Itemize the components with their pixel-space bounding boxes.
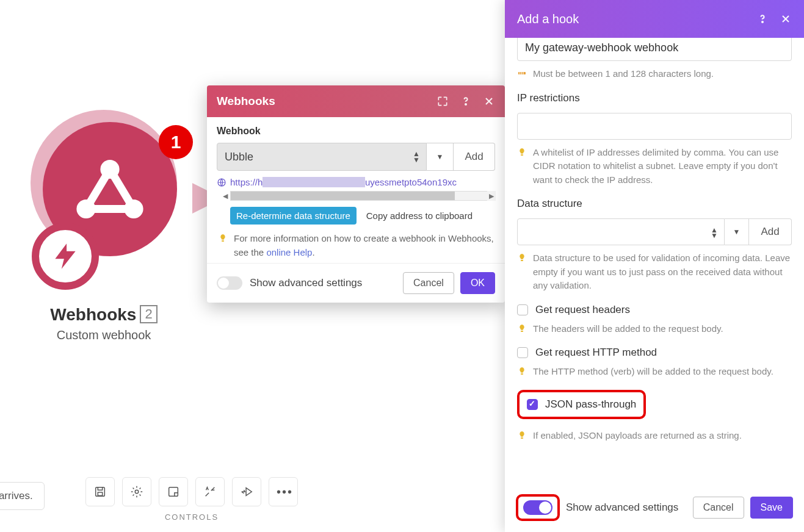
add-hook-header: Add a hook <box>505 0 804 38</box>
close-icon[interactable] <box>483 95 495 107</box>
data-structure-select[interactable]: ▲▼ <box>517 218 725 245</box>
canvas: 1 Webhooks2 Custom webhook ta arrives. •… <box>0 0 804 532</box>
webhook-icon <box>70 149 150 229</box>
webhook-select-value: Ubble <box>225 151 253 164</box>
note-icon-button[interactable] <box>159 477 188 506</box>
json-passthrough-highlight: JSON pass-through <box>517 390 646 419</box>
svg-rect-19 <box>521 331 523 332</box>
webhooks-modal-header: Webhooks <box>207 85 505 117</box>
add-hook-title: Add a hook <box>517 12 579 26</box>
online-help-link[interactable]: online Help <box>266 247 312 257</box>
chevrons-icon: ▲▼ <box>711 228 718 239</box>
ip-restrictions-label: IP restrictions <box>517 92 792 104</box>
svg-rect-20 <box>521 373 523 375</box>
save-icon-button[interactable] <box>85 477 115 506</box>
bulb-icon <box>517 147 527 157</box>
panel-save-button[interactable]: Save <box>750 497 793 519</box>
autoalign-icon-button[interactable] <box>195 477 225 506</box>
node-title: Webhooks2 <box>0 305 208 325</box>
webhooks-node[interactable]: 1 Webhooks2 Custom webhook <box>0 116 208 342</box>
bulb-icon <box>517 253 527 262</box>
svg-rect-18 <box>521 260 523 261</box>
show-advanced-toggle-off[interactable] <box>217 276 242 290</box>
add-hook-panel: Add a hook Must be between 1 and 128 cha… <box>505 0 804 532</box>
settings-icon-button[interactable] <box>122 477 151 506</box>
ip-restrictions-hint: A whitelist of IP addresses delimited by… <box>533 146 792 187</box>
show-advanced-label: Show advanced settings <box>250 277 403 289</box>
help-icon[interactable] <box>756 13 769 25</box>
get-headers-label: Get request headers <box>535 304 630 316</box>
get-method-label: Get request HTTP method <box>535 347 657 359</box>
hook-name-input[interactable] <box>517 38 792 61</box>
node-count: 2 <box>140 305 157 323</box>
svg-rect-14 <box>222 240 224 242</box>
get-method-hint: The HTTP method (verb) will be added to … <box>533 365 773 379</box>
data-structure-add-button[interactable]: Add <box>749 218 792 245</box>
bulb-icon <box>517 323 527 333</box>
chevrons-icon: ▲▼ <box>413 151 420 163</box>
webhook-add-button[interactable]: Add <box>454 143 495 171</box>
svg-rect-16 <box>518 72 526 74</box>
node-graphic: 1 <box>24 116 183 275</box>
data-structure-label: Data structure <box>517 198 792 210</box>
panel-show-advanced-label: Show advanced settings <box>566 501 693 514</box>
close-icon[interactable] <box>780 13 792 25</box>
explain-icon-button[interactable] <box>232 477 261 506</box>
svg-point-5 <box>135 490 139 494</box>
data-structure-dropdown[interactable]: ▼ <box>725 218 749 245</box>
webhooks-modal: Webhooks Webhook Ubble ▲▼ ▼ Add https://… <box>207 85 505 303</box>
get-headers-checkbox[interactable] <box>517 304 528 315</box>
show-advanced-toggle-on[interactable] <box>523 500 552 515</box>
svg-rect-4 <box>98 492 102 496</box>
controls-label: CONTROLS <box>165 512 219 522</box>
get-method-checkbox[interactable] <box>517 347 528 358</box>
svg-point-15 <box>762 21 763 23</box>
info-text: For more information on how to create a … <box>234 232 495 259</box>
get-headers-hint: The headers will be added to the request… <box>533 322 723 336</box>
svg-rect-6 <box>169 487 178 497</box>
json-passthrough-label: JSON pass-through <box>545 398 636 411</box>
svg-rect-17 <box>521 154 523 156</box>
svg-rect-21 <box>521 437 523 439</box>
node-subtitle: Custom webhook <box>0 328 208 342</box>
url-scrollbar[interactable]: ◀ ▶ <box>230 191 495 201</box>
webhook-select-dropdown[interactable]: ▼ <box>427 143 454 171</box>
cancel-button[interactable]: Cancel <box>403 272 454 294</box>
webhook-field-label: Webhook <box>217 126 495 137</box>
webhook-url[interactable]: https://hxuyessmetpto54on19xc <box>230 177 457 187</box>
json-passthrough-hint: If enabled, JSON payloads are returned a… <box>533 429 742 443</box>
bolt-icon <box>50 241 81 271</box>
ruler-icon <box>517 68 527 78</box>
ok-button[interactable]: OK <box>460 272 495 294</box>
ip-restrictions-input[interactable] <box>517 113 792 140</box>
scroll-right-icon[interactable]: ▶ <box>487 191 496 201</box>
redetermine-button[interactable]: Re-determine data structure <box>230 207 357 225</box>
webhook-select[interactable]: Ubble ▲▼ <box>217 143 427 171</box>
bulb-icon <box>517 430 527 440</box>
copy-address-link[interactable]: Copy address to clipboard <box>366 210 473 221</box>
json-passthrough-checkbox[interactable] <box>527 399 538 410</box>
expand-icon[interactable] <box>436 95 449 107</box>
node-badge: 1 <box>159 125 193 159</box>
bulb-icon <box>517 366 527 376</box>
bulb-icon <box>218 233 228 243</box>
help-icon[interactable] <box>460 95 472 107</box>
scroll-left-icon[interactable]: ◀ <box>221 191 230 201</box>
webhooks-modal-title: Webhooks <box>217 95 275 108</box>
svg-rect-3 <box>96 487 105 497</box>
panel-cancel-button[interactable]: Cancel <box>693 497 744 519</box>
show-advanced-highlight <box>516 494 560 521</box>
data-structure-hint: Data structure to be used for validation… <box>533 251 792 293</box>
trigger-badge <box>32 223 99 290</box>
hook-name-hint: Must be between 1 and 128 characters lon… <box>533 67 714 81</box>
more-icon-button[interactable]: ••• <box>269 477 298 506</box>
svg-point-12 <box>465 104 466 105</box>
globe-icon <box>217 178 226 187</box>
